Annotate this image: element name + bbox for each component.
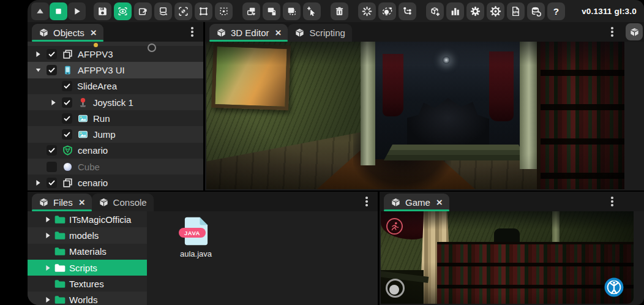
gear-icon	[470, 6, 481, 17]
tab-files[interactable]: Files×	[32, 194, 92, 211]
editor-viewport[interactable]	[206, 42, 624, 189]
visibility-checkbox[interactable]	[47, 145, 57, 156]
tab-scripting[interactable]: Scripting	[288, 24, 351, 42]
object-label: Cube	[78, 162, 100, 172]
hierarchy-row-afppv3[interactable]: AFPPV3	[28, 46, 203, 62]
visibility-checkbox[interactable]	[47, 49, 57, 59]
light-button[interactable]	[358, 2, 376, 20]
settings-button[interactable]	[466, 2, 484, 20]
close-icon[interactable]: ×	[436, 197, 443, 208]
objects-panel-menu-icon[interactable]	[189, 24, 196, 39]
accessibility-button[interactable]	[604, 277, 624, 298]
hierarchy-row-joystick-1[interactable]: Joystick 1	[28, 94, 203, 110]
help-button[interactable]: ?	[547, 2, 565, 20]
stop-button[interactable]	[50, 2, 67, 20]
cursor-plus-icon	[306, 6, 318, 17]
folder-row-models[interactable]: models	[28, 227, 147, 243]
hierarchy-row-cenario[interactable]: cenario	[28, 143, 203, 159]
expand-icon[interactable]	[43, 296, 53, 303]
close-icon[interactable]: ×	[275, 28, 282, 38]
preview-button[interactable]	[114, 2, 132, 20]
files-panel-menu-icon[interactable]	[363, 194, 370, 209]
move-tool-button[interactable]	[134, 2, 152, 20]
square-scale-icon	[178, 6, 189, 17]
visibility-checkbox[interactable]	[62, 113, 72, 124]
folder-label: models	[69, 230, 99, 241]
panel-collapse-button[interactable]	[31, 2, 49, 20]
folder-label: ITsMagicOfficia	[69, 214, 131, 225]
expand-icon[interactable]	[48, 99, 59, 106]
lock-button[interactable]	[263, 2, 280, 20]
expand-icon[interactable]	[32, 51, 43, 58]
pointer-add-button[interactable]	[303, 2, 321, 20]
game-viewport[interactable]	[381, 211, 634, 304]
delete-button[interactable]	[331, 2, 348, 20]
game-vignette	[381, 211, 634, 304]
shield-icon	[62, 145, 73, 156]
visibility-checkbox[interactable]	[62, 97, 72, 108]
collapse-icon[interactable]	[32, 67, 43, 73]
folder-row-itsmagicofficia[interactable]: ITsMagicOfficia	[28, 211, 147, 227]
close-icon[interactable]: ×	[79, 197, 85, 208]
hierarchy-row-jump[interactable]: Jump	[28, 126, 203, 142]
visibility-checkbox[interactable]	[62, 81, 72, 91]
folder-label: Materials	[69, 246, 107, 257]
hierarchy-row-partial[interactable]	[28, 42, 203, 46]
play-button[interactable]	[68, 2, 86, 20]
engine-settings-button[interactable]	[487, 2, 504, 20]
panel-cube-icon	[391, 197, 401, 208]
expand-icon[interactable]	[43, 216, 53, 223]
duplicate-button[interactable]	[242, 2, 260, 20]
folder-row-materials[interactable]: Materials	[28, 244, 147, 260]
joystick-control[interactable]	[386, 279, 405, 298]
add-object-button[interactable]	[426, 2, 444, 20]
expand-icon[interactable]	[43, 232, 53, 239]
close-icon[interactable]: ×	[91, 28, 97, 38]
paste-special-button[interactable]	[283, 2, 301, 20]
scale-tool-button[interactable]	[174, 2, 192, 20]
expand-icon[interactable]	[32, 179, 43, 186]
rect-tool-button[interactable]	[195, 2, 212, 20]
hierarchy-row-afppv3-ui[interactable]: AFPPV3 UI	[28, 62, 203, 78]
save-button[interactable]	[94, 2, 111, 20]
editor-panel-menu-icon[interactable]	[608, 24, 616, 39]
joystick-knob[interactable]	[389, 285, 399, 295]
files-panel: Files×Console ITsMagicOfficiamodelsMater…	[28, 192, 378, 305]
visibility-checkbox[interactable]	[47, 162, 57, 172]
game-panel-menu-icon[interactable]	[608, 194, 616, 209]
hierarchy-row-cube[interactable]: Cube	[28, 159, 203, 175]
visibility-checkbox[interactable]	[47, 178, 57, 188]
visibility-checkbox[interactable]	[47, 65, 57, 75]
hierarchy-row-slidearea[interactable]: SlideArea	[28, 78, 203, 94]
orbit-button[interactable]	[378, 2, 396, 20]
tab-console[interactable]: Console	[92, 194, 154, 211]
hierarchy-row-cenario[interactable]: cenario	[28, 175, 203, 190]
expand-icon[interactable]	[43, 265, 53, 271]
file-name: aula.java	[180, 249, 212, 258]
add-panel-button[interactable]	[626, 23, 643, 40]
node-graph-button[interactable]	[399, 2, 416, 20]
export-apk-button[interactable]: APK	[507, 2, 525, 20]
stats-button[interactable]	[446, 2, 464, 20]
run-button[interactable]	[386, 218, 403, 235]
pivot-tool-button[interactable]	[215, 2, 233, 20]
version-label: v0.1311 gl:3.0	[582, 7, 639, 16]
game-tabbar: Game×	[380, 192, 644, 211]
db-sync-button[interactable]	[527, 2, 545, 20]
folder-row-worlds[interactable]: Worlds	[28, 292, 147, 305]
visibility-checkbox[interactable]	[62, 129, 72, 140]
editor-panel: 3D Editor×Scripting	[205, 22, 644, 190]
tab-game[interactable]: Game×	[384, 194, 449, 211]
file-item-aula-java[interactable]: JAVA aula.java	[173, 216, 219, 258]
play-triangle-icon	[71, 6, 83, 17]
hierarchy-row-run[interactable]: Run	[28, 110, 203, 126]
database-refresh-icon	[530, 6, 542, 17]
tab-3d-editor[interactable]: 3D Editor×	[209, 24, 288, 42]
square-rotate-icon	[157, 6, 169, 17]
object-label: Run	[93, 113, 110, 124]
rotate-tool-button[interactable]	[154, 2, 172, 20]
folder-row-textures[interactable]: Textures	[28, 276, 147, 292]
tab-objects[interactable]: Objects×	[32, 24, 103, 42]
folder-row-scripts[interactable]: Scripts	[28, 260, 147, 276]
scene-vignette	[206, 42, 624, 189]
